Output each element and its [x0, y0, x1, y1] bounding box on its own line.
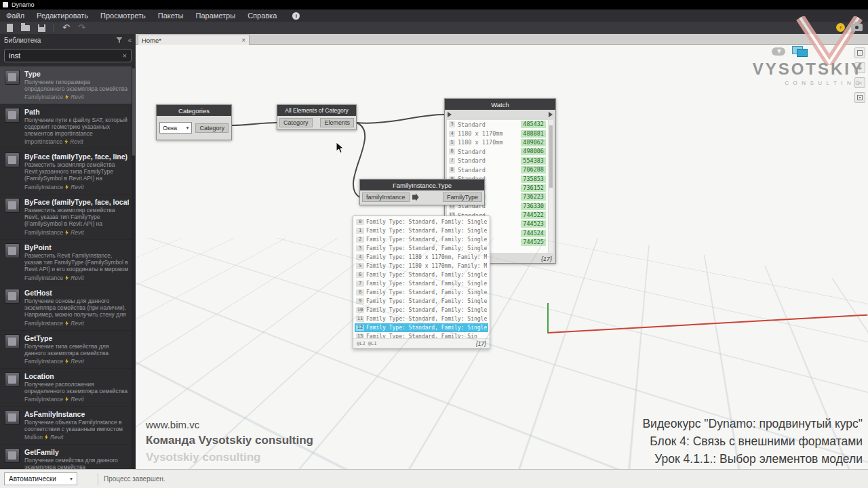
brand-name: VYSOTSKIY [753, 60, 864, 79]
watch-scrollbar[interactable] [549, 120, 553, 253]
library-item[interactable]: ByFace (familyType, face, location, refe… [0, 195, 132, 240]
node-icon-glyph [8, 247, 16, 255]
menu-item[interactable]: Редактировать [31, 9, 94, 22]
menu-item[interactable]: Справка [241, 9, 283, 22]
watch-count: {17} [541, 256, 552, 262]
node-icon-glyph [8, 292, 16, 300]
preview-row[interactable]: 10Family Type: Standard, Family: Single [355, 306, 488, 314]
node-icon [5, 70, 20, 85]
watch-row-value: 744523 [521, 220, 546, 228]
allelements-input-port[interactable]: Category [279, 118, 313, 127]
node-icon [5, 448, 20, 463]
preview-row-index: 11 [356, 316, 364, 322]
allelements-output-port[interactable]: Elements [320, 118, 354, 127]
library-item[interactable]: AsFamilyInstanceПолучение объекта Family… [0, 407, 132, 445]
preview-row[interactable]: 8Family Type: Standard, Family: Single W [355, 288, 488, 297]
categories-output-port[interactable]: Category [195, 123, 229, 133]
preview-row[interactable]: 12Family Type: Standard, Family: Single [355, 323, 488, 332]
library-item[interactable]: ByFace (familyType, face, line)Разместит… [0, 149, 132, 195]
redo-icon[interactable]: ↷ [78, 24, 85, 32]
preview-row[interactable]: 5Family Type: 1180 x 1170mm, Family: M_S [355, 262, 488, 270]
node-categories[interactable]: Categories Окна ▾ Category [156, 104, 232, 140]
list-levels-label[interactable]: @L2 @L1 [357, 341, 377, 346]
search-box[interactable]: × [4, 49, 132, 62]
preview-row[interactable]: 9Family Type: Standard, Family: Single W [355, 297, 488, 306]
brand-subtitle: CONSULTING [753, 80, 864, 86]
caption-course: Видеокурс "Dynamo: продвинутый курс" [642, 415, 863, 432]
preview-row[interactable]: 13Family Type: Standard, Family: Sin [355, 332, 488, 338]
categories-dropdown[interactable]: Окна ▾ [159, 122, 192, 134]
node-allelements-body: Category Elements [277, 116, 356, 129]
watch-input-port-icon[interactable] [448, 112, 452, 117]
watch-row-value: 488881 [521, 130, 546, 138]
node-icon-glyph [8, 73, 16, 81]
library-item-description: Получение типоразмера определенного экзе… [24, 79, 129, 92]
tab-close-icon[interactable]: × [241, 37, 245, 44]
fitype-preview-bubble[interactable]: 0Family Type: Standard, Family: Single W… [353, 216, 490, 349]
library-item[interactable]: PathПолучение пути к файлу SAT, который … [0, 104, 132, 149]
app-icon [3, 2, 8, 7]
node-watch-header[interactable]: Watch [445, 99, 555, 110]
filter-icon[interactable] [116, 37, 122, 43]
library-item-body: LocationПолучение расположения определен… [24, 372, 129, 403]
preview-row[interactable]: 1Family Type: Standard, Family: Single W [355, 226, 488, 235]
watch-scrollbar-thumb[interactable] [549, 125, 553, 188]
revit-bolt-icon [65, 275, 68, 281]
library-item[interactable]: LocationПолучение расположения определен… [0, 369, 132, 407]
wire-allelements-watch[interactable] [357, 115, 444, 123]
preview-row[interactable]: 4Family Type: 1180 x 1170mm, Family: M_S [355, 253, 488, 262]
preview-row[interactable]: 6Family Type: Standard, Family: Single W [355, 270, 488, 279]
search-input[interactable] [9, 52, 123, 60]
preview-list[interactable]: 0Family Type: Standard, Family: Single W… [355, 218, 488, 338]
node-allelements-header[interactable]: All Elements of Category [277, 105, 356, 116]
tab-home-label: Home* [142, 37, 161, 44]
screenshot-camera-icon[interactable] [851, 24, 863, 31]
library-item[interactable]: GetHostПолучение основы для данного экзе… [0, 285, 132, 331]
new-file-icon[interactable] [7, 24, 13, 32]
menu-item[interactable]: Пакеты [152, 9, 190, 22]
collapse-icon[interactable]: « [127, 37, 132, 44]
wire-categories-allelements[interactable] [232, 123, 277, 125]
library-item-title: ByFace (familyType, face, line) [24, 152, 129, 161]
info-icon[interactable]: i [292, 12, 300, 20]
clear-search-icon[interactable]: × [123, 52, 127, 60]
library-item[interactable]: ByPointРазместить Revit FamilyInstance, … [0, 240, 132, 285]
watch-row-value: 736330 [521, 203, 546, 210]
run-mode-dropdown[interactable]: Автоматически ▾ [4, 472, 77, 485]
library-item[interactable]: GetFamilyПолучение семейства для данного… [0, 445, 132, 469]
node-categories-header[interactable]: Categories [157, 105, 231, 116]
node-fitype-header[interactable]: FamilyInstance.Type [360, 180, 484, 190]
node-familyinstance-type[interactable]: FamilyInstance.Type familyInstance Famil… [359, 179, 485, 205]
tab-home[interactable]: Home* × [138, 35, 250, 45]
watch-row-name: 1180 x 1170mm [458, 139, 503, 146]
library-item-title: ByFace (familyType, face, location, refe… [24, 198, 129, 206]
library-item-meta: FamilyInstanceRevit [24, 94, 129, 100]
preview-row[interactable]: 11Family Type: Standard, Family: Single [355, 314, 488, 323]
library-item[interactable]: GetTypeПолучение типа семейства для данн… [0, 331, 132, 369]
scrollbar-thumb[interactable] [132, 68, 135, 156]
library-scrollbar[interactable] [132, 66, 136, 469]
preview-row[interactable]: 0Family Type: Standard, Family: Single W [355, 218, 488, 226]
menu-item[interactable]: Параметры [189, 9, 241, 22]
undo-icon[interactable]: ↶ [62, 24, 70, 32]
node-all-elements-of-category[interactable]: All Elements of Category Category Elemen… [277, 104, 357, 130]
preview-row-text: Family Type: 1180 x 1170mm, Family: M_S [366, 254, 487, 260]
workspace-canvas[interactable]: Categories Окна ▾ Category All Elements … [136, 45, 868, 469]
open-file-icon[interactable] [21, 25, 30, 31]
library-item[interactable]: TypeПолучение типоразмера определенного … [0, 66, 132, 104]
notification-icon[interactable] [836, 23, 845, 32]
caption-right: Видеокурс "Dynamo: продвинутый курс" Бло… [642, 415, 863, 468]
fitype-output-port[interactable]: FamilyType [443, 192, 482, 202]
save-file-icon[interactable] [38, 24, 45, 32]
preview-row-text: Family Type: Standard, Family: Single [366, 316, 487, 322]
caption-block: Блок 4: Связь с внешними форматами [642, 432, 863, 450]
menu-item[interactable]: Файл [0, 9, 31, 22]
library-item-body: ByFace (familyType, face, location, refe… [24, 198, 129, 236]
preview-row[interactable]: 2Family Type: Standard, Family: Single W [355, 235, 488, 244]
menu-item[interactable]: Просмотреть [94, 9, 152, 22]
caption-left: www.bim.vc Команда Vysotskiy consulting … [146, 419, 313, 464]
watch-output-port-icon[interactable] [549, 112, 553, 117]
preview-row[interactable]: 7Family Type: Standard, Family: Single W [355, 279, 488, 288]
preview-row[interactable]: 3Family Type: Standard, Family: Single W [355, 244, 488, 253]
fitype-input-port[interactable]: familyInstance [362, 192, 410, 202]
